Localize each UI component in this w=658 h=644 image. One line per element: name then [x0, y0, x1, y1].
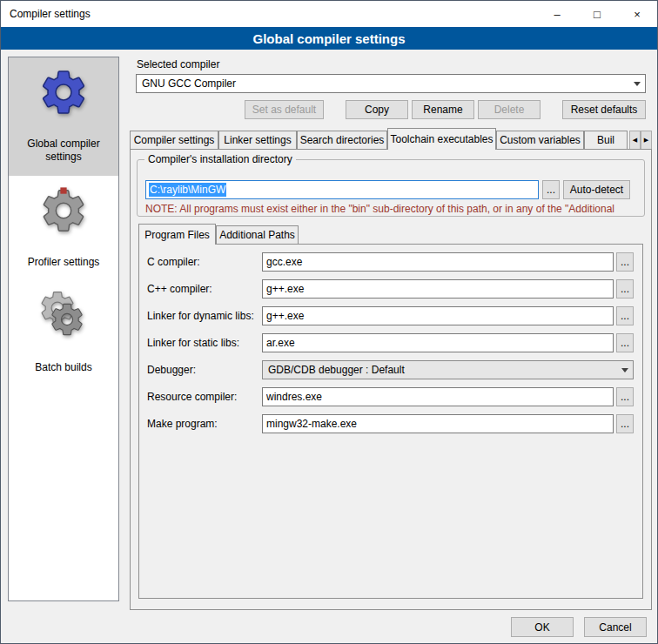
- cancel-button[interactable]: Cancel: [584, 617, 647, 637]
- reset-defaults-button[interactable]: Reset defaults: [562, 100, 646, 119]
- installation-directory-input[interactable]: C:\raylib\MinGW: [145, 180, 539, 199]
- form-row-resource-compiler: Resource compiler: ...: [130, 387, 652, 406]
- chevron-right-icon: ▶: [644, 137, 648, 144]
- close-icon: ×: [634, 9, 641, 20]
- chevron-down-icon: [617, 361, 633, 379]
- c-compiler-label: C compiler:: [147, 256, 200, 268]
- form-row-cpp-compiler: C++ compiler: ...: [130, 279, 652, 299]
- gear-icon: [36, 64, 91, 120]
- make-program-label: Make program:: [147, 418, 218, 430]
- make-program-input[interactable]: [262, 414, 614, 433]
- debugger-label: Debugger:: [147, 364, 196, 376]
- static-libs-linker-browse-button[interactable]: ...: [616, 333, 634, 352]
- sidebar-item-label: Batch builds: [35, 361, 91, 374]
- minimize-button[interactable]: –: [537, 1, 577, 27]
- cpp-compiler-input[interactable]: [262, 279, 614, 299]
- minimize-icon: –: [554, 9, 560, 20]
- tab-build-options[interactable]: Buil: [584, 131, 628, 150]
- compiler-settings-window: Compiler settings – □ × Global compiler …: [0, 0, 658, 644]
- maximize-icon: □: [594, 9, 601, 20]
- tab-search-directories[interactable]: Search directories: [297, 131, 387, 150]
- auto-detect-button[interactable]: Auto-detect: [563, 180, 630, 199]
- titlebar: Compiler settings – □ ×: [1, 1, 657, 27]
- maximize-button[interactable]: □: [577, 1, 617, 27]
- tab-toolchain-executables[interactable]: Toolchain executables: [387, 128, 496, 150]
- batch-builds-icon: [36, 288, 91, 344]
- dynamic-libs-linker-browse-button[interactable]: ...: [616, 306, 634, 325]
- tab-scroll-right-button[interactable]: ▶: [641, 131, 652, 150]
- resource-compiler-browse-button[interactable]: ...: [616, 387, 634, 406]
- subtab-additional-paths[interactable]: Additional Paths: [216, 225, 299, 245]
- sidebar-item-global-compiler-settings[interactable]: Global compiler settings: [9, 57, 118, 176]
- cpp-compiler-browse-button[interactable]: ...: [616, 279, 634, 299]
- compiler-select-value: GNU GCC Compiler: [142, 77, 236, 90]
- profiler-icon: [36, 183, 91, 238]
- ok-button[interactable]: OK: [511, 617, 574, 637]
- form-row-debugger: Debugger: GDB/CDB debugger : Default: [130, 360, 652, 379]
- window-title: Compiler settings: [1, 1, 537, 27]
- settings-category-sidebar: Global compiler settings Profiler settin…: [8, 57, 119, 601]
- rename-button[interactable]: Rename: [412, 100, 474, 119]
- chevron-left-icon: ◀: [633, 137, 637, 144]
- copy-button[interactable]: Copy: [346, 100, 408, 119]
- c-compiler-input[interactable]: [262, 252, 614, 272]
- form-row-static-libs-linker: Linker for static libs: ...: [130, 333, 652, 352]
- dynamic-libs-linker-input[interactable]: [262, 306, 614, 325]
- static-libs-linker-label: Linker for static libs:: [147, 337, 239, 349]
- dialog-header: Global compiler settings: [1, 27, 657, 50]
- resource-compiler-label: Resource compiler:: [147, 391, 237, 403]
- debugger-select[interactable]: GDB/CDB debugger : Default: [262, 360, 634, 379]
- tab-custom-variables[interactable]: Custom variables: [496, 131, 584, 150]
- tab-linker-settings[interactable]: Linker settings: [218, 131, 297, 150]
- installation-directory-value: C:\raylib\MinGW: [149, 183, 226, 197]
- compiler-select[interactable]: GNU GCC Compiler: [136, 74, 646, 93]
- subtab-program-files[interactable]: Program Files: [138, 224, 216, 245]
- make-program-browse-button[interactable]: ...: [616, 414, 634, 433]
- form-row-dynamic-libs-linker: Linker for dynamic libs: ...: [130, 306, 652, 325]
- installation-directory-browse-button[interactable]: ...: [542, 180, 560, 199]
- form-row-make-program: Make program: ...: [130, 414, 652, 433]
- delete-button[interactable]: Delete: [478, 100, 540, 119]
- tab-compiler-settings[interactable]: Compiler settings: [130, 131, 218, 150]
- bin-subdirectory-note: NOTE: All programs must exist either in …: [145, 203, 638, 215]
- form-row-c-compiler: C compiler: ...: [130, 252, 652, 272]
- sidebar-item-label: Profiler settings: [28, 256, 100, 269]
- static-libs-linker-input[interactable]: [262, 333, 614, 352]
- resource-compiler-input[interactable]: [262, 387, 614, 406]
- tab-scroll-left-button[interactable]: ◀: [629, 131, 641, 150]
- debugger-select-value: GDB/CDB debugger : Default: [268, 364, 405, 376]
- dynamic-libs-linker-label: Linker for dynamic libs:: [147, 310, 254, 322]
- sidebar-item-label: Global compiler settings: [11, 138, 116, 164]
- sidebar-item-batch-builds[interactable]: Batch builds: [9, 281, 118, 386]
- installation-directory-group-title: Compiler's installation directory: [144, 153, 296, 165]
- installation-directory-group: Compiler's installation directory C:\ray…: [137, 159, 645, 217]
- set-as-default-button[interactable]: Set as default: [245, 100, 324, 119]
- sidebar-item-profiler-settings[interactable]: Profiler settings: [9, 176, 118, 281]
- close-button[interactable]: ×: [617, 1, 657, 27]
- selected-compiler-label: Selected compiler: [137, 58, 219, 70]
- chevron-down-icon: [629, 75, 645, 92]
- cpp-compiler-label: C++ compiler:: [147, 283, 212, 295]
- c-compiler-browse-button[interactable]: ...: [616, 252, 634, 272]
